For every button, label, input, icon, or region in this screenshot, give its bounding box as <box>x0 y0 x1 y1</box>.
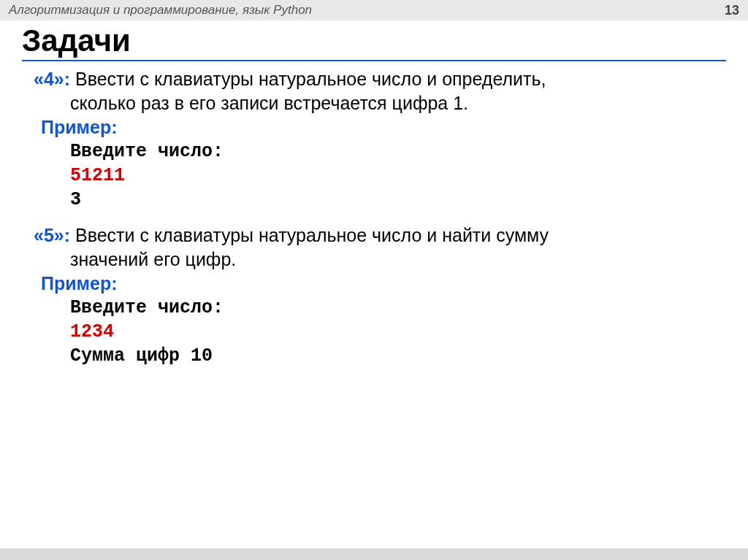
task-5-num: «5»: <box>34 225 70 245</box>
task-4-example-label: Пример: <box>22 115 726 139</box>
slide-content: Задачи «4»: Ввести с клавиатуры натураль… <box>0 20 748 368</box>
task-4-code-2: 51211 <box>22 164 726 188</box>
task-5-code-1: Введите число: <box>22 296 726 320</box>
task-5: «5»: Ввести с клавиатуры натуральное чис… <box>22 223 726 368</box>
header-bar: Алгоритмизация и программирование, язык … <box>0 0 748 20</box>
task-5-example-label: Пример: <box>22 272 726 296</box>
footer-bar <box>0 548 748 560</box>
task-4-num: «4»: <box>34 69 70 89</box>
page-number: 13 <box>725 3 739 18</box>
header-subject: Алгоритмизация и программирование, язык … <box>9 3 312 18</box>
task-4-text-line2: сколько раз в его записи встречается циф… <box>22 91 726 115</box>
task-5-code-3: Сумма цифр 10 <box>22 344 726 368</box>
task-5-text-line2: значений его цифр. <box>22 248 726 272</box>
task-5-text-line1: Ввести с клавиатуры натуральное число и … <box>75 225 549 245</box>
task-4-text-line1: Ввести с клавиатуры натуральное число и … <box>75 69 546 89</box>
slide-title: Задачи <box>22 23 726 61</box>
task-4-code-3: 3 <box>22 188 726 212</box>
task-4: «4»: Ввести с клавиатуры натуральное чис… <box>22 67 726 212</box>
task-4-code-1: Введите число: <box>22 139 726 164</box>
task-5-code-2: 1234 <box>22 320 726 344</box>
